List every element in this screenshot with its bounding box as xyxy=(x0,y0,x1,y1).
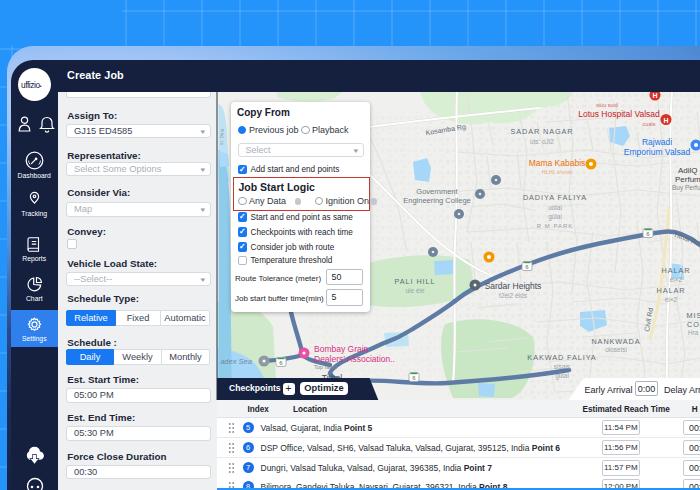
svg-text:sisais: sisais xyxy=(554,363,571,370)
svg-text:Hra: Hra xyxy=(688,329,699,336)
svg-text:éi×2: éi×2 xyxy=(665,296,678,303)
svg-text:HALAR: HALAR xyxy=(662,266,691,275)
svg-text:Emporium Valsad: Emporium Valsad xyxy=(624,147,691,157)
svg-text:H: H xyxy=(663,117,668,124)
svg-text:H: H xyxy=(652,92,657,99)
svg-text:Rajwadi: Rajwadi xyxy=(642,137,672,147)
svg-text:Mama Kababis: Mama Kababis xyxy=(529,158,586,168)
svg-text:PALI HILL: PALI HILL xyxy=(395,277,436,286)
svg-text:Engineering College: Engineering College xyxy=(403,196,471,205)
svg-text:MISSION: MISSION xyxy=(687,311,700,320)
svg-text:Lotus Hospital Valsad: Lotus Hospital Valsad xyxy=(578,109,660,119)
svg-text:COLONY: COLONY xyxy=(687,320,700,329)
svg-text:uis: oJi2: uis: oJi2 xyxy=(530,138,554,145)
svg-text:SADAR NAGAR: SADAR NAGAR xyxy=(510,127,573,136)
svg-text:KAKWAD FALIYA: KAKWAD FALIYA xyxy=(527,353,596,362)
svg-text:Government: Government xyxy=(416,187,458,196)
svg-text:st. Data: st. Data xyxy=(219,128,225,145)
svg-text:R M PARK: R M PARK xyxy=(537,223,574,229)
svg-text:HLHL s²unêt: HLHL s²unêt xyxy=(542,169,573,175)
svg-text:t2ei2 éids: t2ei2 éids xyxy=(499,292,528,299)
svg-text:uûlai: uûlai xyxy=(548,204,562,211)
svg-text:NANKWADA: NANKWADA xyxy=(591,337,640,346)
svg-text:gûlai: gûlai xyxy=(548,213,562,221)
svg-text:DADIYA FALIYA: DADIYA FALIYA xyxy=(523,193,587,202)
svg-text:oioseisi: oioseisi xyxy=(605,346,627,353)
svg-text:Sardar Heights: Sardar Heights xyxy=(485,281,542,291)
svg-text:gûlai: gûlai xyxy=(555,372,569,380)
svg-text:Bombay Grain: Bombay Grain xyxy=(314,344,369,354)
svg-text:Dealers’ Association..: Dealers’ Association.. xyxy=(314,354,395,364)
svg-text:AdilQ: AdilQ xyxy=(678,166,698,175)
svg-text:Perfumes, Valsad: Perfumes, Valsad xyxy=(675,175,700,184)
svg-text:Top rated: Top rated xyxy=(314,364,337,370)
svg-text:éi×2: éi×2 xyxy=(670,276,683,283)
svg-text:siùu suid: siùu suid xyxy=(596,102,618,108)
svg-text:HALAR: HALAR xyxy=(657,286,686,295)
svg-text:uie éie: uie éie xyxy=(405,287,425,294)
svg-text:adex Sea: adex Sea xyxy=(220,357,252,366)
svg-text:cuais: cuais xyxy=(643,121,656,127)
svg-text:Buy Perfume Near: Buy Perfume Near xyxy=(672,184,700,192)
